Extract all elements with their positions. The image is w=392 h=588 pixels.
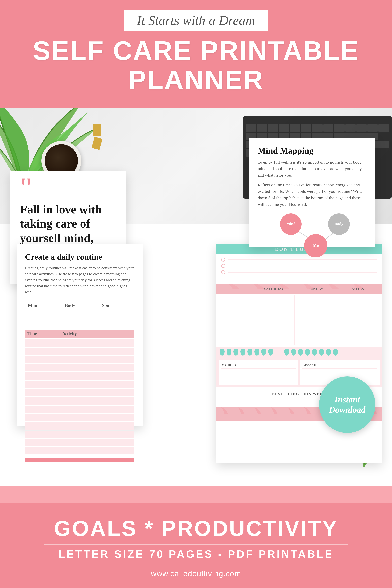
main-title-line1: SELF CARE PRINTABLE — [33, 36, 359, 65]
body-label: Body — [65, 303, 94, 308]
days-column — [216, 295, 251, 345]
activity-header: Activity — [62, 331, 132, 336]
middle-section: " Fall in love with taking care of yours… — [0, 108, 392, 486]
water-drop-icon — [326, 349, 331, 356]
goals-text: GOALS * PRODUCTIVITY — [7, 516, 385, 541]
water-drop-icon — [284, 349, 289, 356]
water-drop-icon — [298, 349, 303, 356]
instant-download-text: Instant Download — [319, 394, 376, 415]
routine-card-bottom-bar — [25, 458, 134, 462]
time-row-6 — [25, 381, 134, 388]
binder-clips — [93, 124, 101, 149]
water-drop-icon — [333, 349, 338, 356]
main-title-line2: PLANNER — [128, 65, 264, 95]
mind-map-diagram: Mind Body Me — [258, 211, 367, 261]
water-drop-icon — [312, 349, 317, 356]
sunday-column — [295, 295, 338, 345]
time-row-2 — [25, 348, 134, 355]
svg-text:Body: Body — [334, 222, 343, 226]
weekly-columns-header: SATURDAY SUNDAY NOTES — [216, 284, 382, 294]
more-of-line2 — [221, 371, 296, 371]
mbs-grid: Mind Body Soul — [25, 300, 134, 326]
more-of-label: MORE OF — [221, 362, 296, 367]
water-tracker — [216, 347, 382, 358]
soul-cell: Soul — [99, 300, 134, 326]
less-of-line1 — [302, 368, 377, 369]
website-text: www.calledoutliving.com — [7, 569, 385, 578]
body-cell: Body — [62, 300, 97, 326]
less-of-label: LESS OF — [302, 362, 377, 367]
more-of-line1 — [221, 368, 296, 369]
water-drop-icon — [220, 349, 224, 356]
checkbox-row-3 — [221, 270, 377, 274]
time-row-13 — [25, 439, 134, 446]
divider-line2 — [44, 563, 348, 564]
divider — [278, 349, 279, 356]
bottom-banner: GOALS * PRODUCTIVITY LETTER SIZE 70 PAGE… — [0, 503, 392, 588]
col-sunday: SUNDAY — [295, 287, 337, 291]
mind-map-text2: Reflect on the times you've felt really … — [258, 182, 367, 208]
less-of-line3 — [302, 373, 377, 373]
soul-label: Soul — [102, 303, 131, 308]
checkbox-icon — [221, 258, 225, 262]
more-of-section: MORE OF — [219, 360, 298, 385]
mind-map-title: Mind Mapping — [258, 146, 367, 156]
instant-download-badge: Instant Download — [319, 376, 376, 433]
col-days — [220, 287, 253, 291]
water-drop-icon — [291, 349, 296, 356]
water-drop-icon — [319, 349, 324, 356]
water-drop-icon — [268, 349, 273, 356]
time-row-12 — [25, 430, 134, 438]
time-header: Time — [27, 331, 62, 336]
time-row-10 — [25, 414, 134, 421]
water-drop-icon — [254, 349, 259, 356]
script-title: It Starts with a Dream — [137, 13, 255, 28]
routine-title: Create a daily routine — [25, 252, 134, 262]
more-of-line3 — [221, 373, 296, 373]
notes-column — [338, 295, 382, 345]
quote-marks-icon: " — [20, 181, 116, 196]
checkbox-icon — [221, 264, 225, 268]
col-notes: NOTES — [337, 287, 379, 291]
time-row-1 — [25, 339, 134, 347]
water-drop-icon — [305, 349, 310, 356]
svg-text:Me: Me — [313, 243, 319, 248]
time-row-9 — [25, 406, 134, 413]
top-banner: It Starts with a Dream SELF CARE PRINTAB… — [0, 0, 392, 108]
time-row-8 — [25, 397, 134, 405]
routine-text: Creating daily routines will make it eas… — [25, 265, 134, 295]
water-drop-icon — [234, 349, 238, 356]
time-row-14 — [25, 447, 134, 454]
letter-size-text: LETTER SIZE 70 PAGES - PDF PRINTABLE — [7, 548, 385, 560]
script-title-wrapper: It Starts with a Dream — [124, 10, 268, 31]
time-row-4 — [25, 364, 134, 371]
water-drop-icon — [248, 349, 252, 356]
checkbox-row-2 — [221, 264, 377, 268]
less-of-line2 — [302, 371, 377, 371]
checkbox-icon — [221, 270, 225, 274]
checkbox-line — [228, 266, 377, 266]
time-row-5 — [25, 372, 134, 380]
time-row-11 — [25, 422, 134, 429]
mind-map-text1: To enjoy full wellness it's so important… — [258, 159, 367, 178]
mind-map-card: Mind Mapping To enjoy full wellness it's… — [250, 138, 376, 247]
saturday-column — [251, 295, 295, 345]
time-activity-header: Time Activity — [25, 330, 134, 338]
routine-card: Create a daily routine Creating daily ro… — [16, 244, 142, 426]
weekly-content — [216, 294, 382, 347]
water-drop-icon — [226, 349, 232, 356]
water-drop-icon — [261, 349, 266, 356]
time-row-3 — [25, 356, 134, 363]
water-drop-icon — [240, 349, 246, 356]
weekly-rows — [216, 295, 382, 345]
divider-line — [44, 544, 348, 545]
mind-cell: Mind — [25, 300, 60, 326]
mind-label: Mind — [28, 303, 57, 308]
time-row-7 — [25, 389, 134, 396]
checkbox-line — [228, 272, 377, 273]
col-saturday: SATURDAY — [253, 287, 295, 291]
main-title: SELF CARE PRINTABLE PLANNER — [7, 36, 385, 94]
svg-text:Mind: Mind — [286, 222, 296, 226]
